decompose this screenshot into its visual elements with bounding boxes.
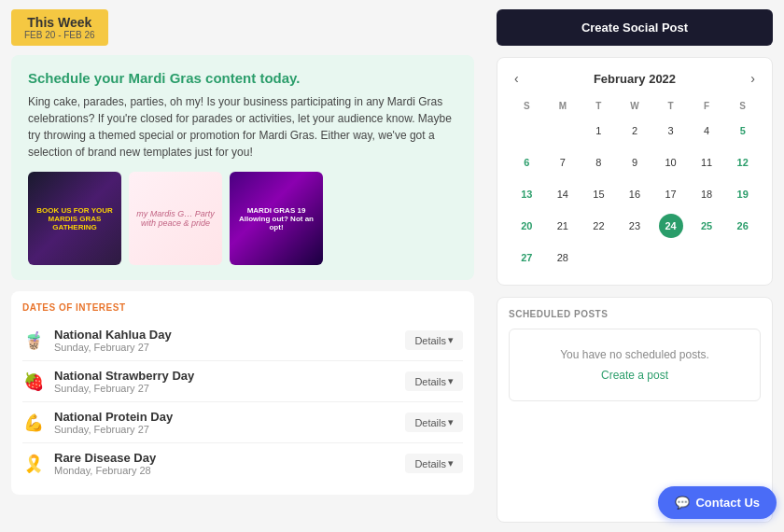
calendar-day[interactable]: 22 — [586, 214, 610, 238]
calendar-prev-button[interactable]: ‹ — [509, 69, 525, 88]
template-image-1[interactable]: BOOK US FOR YOUR MARDIS GRAS GATHERING — [28, 172, 121, 265]
date-icon: 🎗️ — [22, 454, 45, 474]
calendar-cell[interactable]: 12 — [724, 147, 761, 178]
calendar-cell — [724, 242, 761, 273]
calendar-cell[interactable]: 1 — [581, 115, 617, 147]
calendar-cell[interactable]: 14 — [545, 178, 581, 210]
calendar-next-button[interactable]: › — [745, 69, 761, 88]
chevron-down-icon: ▾ — [448, 457, 454, 469]
chevron-down-icon: ▾ — [448, 375, 454, 387]
calendar-day[interactable]: 28 — [551, 245, 575, 270]
calendar-cell[interactable]: 20 — [509, 210, 545, 242]
template-image-2[interactable]: my Mardis G… Party with peace & pride — [129, 172, 222, 265]
calendar-day[interactable]: 23 — [623, 214, 647, 238]
details-button[interactable]: Details ▾ — [405, 413, 463, 432]
date-item: 💪 National Protein Day Sunday, February … — [22, 402, 463, 443]
calendar-day-header: S — [509, 97, 545, 115]
promo-body: King cake, parades, parties, oh my! Is y… — [28, 93, 457, 161]
calendar-day[interactable]: 3 — [659, 119, 683, 143]
date-icon: 🍓 — [22, 371, 45, 392]
calendar-day[interactable]: 15 — [586, 182, 610, 206]
calendar-cell[interactable]: 19 — [724, 178, 761, 210]
calendar-cell[interactable]: 25 — [689, 210, 725, 242]
chevron-down-icon: ▾ — [448, 334, 454, 346]
calendar-day[interactable]: 9 — [623, 150, 647, 175]
calendar-day[interactable]: 5 — [731, 119, 755, 143]
contact-us-button[interactable]: 💬 Contact Us — [658, 486, 777, 519]
calendar-day[interactable]: 6 — [514, 150, 539, 175]
calendar-cell[interactable]: 28 — [545, 242, 581, 273]
calendar-day[interactable]: 12 — [731, 150, 755, 175]
calendar-cell[interactable]: 16 — [617, 178, 653, 210]
date-item: 🎗️ Rare Disease Day Monday, February 28 … — [22, 443, 463, 483]
calendar-cell — [581, 242, 617, 273]
details-button[interactable]: Details ▾ — [405, 371, 463, 391]
calendar-day[interactable]: 11 — [694, 150, 719, 175]
calendar-cell[interactable]: 10 — [652, 147, 689, 178]
calendar-cell[interactable]: 15 — [581, 178, 617, 210]
calendar-cell[interactable]: 2 — [617, 115, 653, 147]
create-social-post-button[interactable]: Create Social Post — [497, 9, 773, 46]
calendar-day[interactable]: 20 — [514, 214, 539, 238]
date-item: 🍓 National Strawberry Day Sunday, Februa… — [22, 361, 463, 402]
calendar-grid: SMTWTFS 12345678910111213141516171819202… — [509, 97, 761, 273]
calendar-day — [694, 245, 719, 270]
calendar-cell — [509, 115, 545, 147]
promo-card: Schedule your Mardi Gras content today. … — [11, 55, 474, 280]
calendar-cell[interactable]: 22 — [581, 210, 617, 242]
calendar-cell[interactable]: 7 — [545, 147, 581, 178]
calendar-month-title: February 2022 — [594, 72, 676, 86]
calendar-cell[interactable]: 4 — [689, 115, 725, 147]
calendar-cell[interactable]: 18 — [689, 178, 725, 210]
calendar-cell[interactable]: 8 — [581, 147, 617, 178]
dates-of-interest-section: DATES OF INTEREST 🧋 National Kahlua Day … — [11, 291, 474, 495]
this-week-label: This Week — [24, 15, 95, 30]
calendar-day[interactable]: 18 — [694, 182, 719, 206]
calendar-day-header: S — [724, 97, 761, 115]
date-icon: 💪 — [22, 413, 45, 433]
calendar-cell — [617, 242, 653, 273]
create-post-link[interactable]: Create a post — [519, 369, 750, 382]
calendar-cell[interactable]: 11 — [689, 147, 725, 178]
calendar-day[interactable]: 27 — [514, 245, 539, 270]
calendar-day[interactable]: 2 — [623, 119, 647, 143]
calendar-cell[interactable]: 9 — [617, 147, 653, 178]
calendar-day[interactable]: 25 — [694, 214, 719, 238]
calendar-day[interactable]: 17 — [659, 182, 683, 206]
calendar-day[interactable]: 13 — [514, 182, 539, 206]
date-day: Monday, February 28 — [54, 465, 156, 476]
calendar-cell[interactable]: 5 — [724, 115, 761, 147]
date-item-left: 💪 National Protein Day Sunday, February … — [22, 410, 173, 435]
scheduled-posts-title: SCHEDULED POSTS — [509, 309, 761, 319]
calendar-cell[interactable]: 24 — [652, 210, 689, 242]
calendar-cell[interactable]: 13 — [509, 178, 545, 210]
calendar-day[interactable]: 26 — [731, 214, 755, 238]
calendar-day[interactable]: 7 — [551, 150, 575, 175]
calendar-day[interactable]: 4 — [694, 119, 719, 143]
calendar-cell[interactable]: 17 — [652, 178, 689, 210]
calendar-day[interactable]: 16 — [623, 182, 647, 206]
date-item-left: 🧋 National Kahlua Day Sunday, February 2… — [22, 328, 172, 353]
contact-us-icon: 💬 — [675, 496, 690, 510]
calendar-day[interactable]: 1 — [586, 119, 610, 143]
details-button[interactable]: Details ▾ — [405, 454, 463, 473]
calendar-day[interactable]: 8 — [586, 150, 610, 175]
calendar-day[interactable]: 10 — [659, 150, 683, 175]
template-image-3[interactable]: MARDI GRAS 19 Allowing out? Not an opt! — [230, 172, 323, 265]
calendar-cell[interactable]: 26 — [724, 210, 761, 242]
calendar-day[interactable]: 24 — [659, 214, 683, 238]
calendar-cell[interactable]: 3 — [652, 115, 689, 147]
date-item-left: 🎗️ Rare Disease Day Monday, February 28 — [22, 451, 156, 476]
calendar-cell[interactable]: 6 — [509, 147, 545, 178]
calendar-day-header: T — [581, 97, 617, 115]
calendar-day — [623, 245, 647, 270]
calendar-day[interactable]: 14 — [551, 182, 575, 206]
calendar-cell[interactable]: 21 — [545, 210, 581, 242]
calendar-cell[interactable]: 23 — [617, 210, 653, 242]
calendar-cell[interactable]: 27 — [509, 242, 545, 273]
calendar-day[interactable]: 21 — [551, 214, 575, 238]
template-images: BOOK US FOR YOUR MARDIS GRAS GATHERING m… — [28, 172, 457, 265]
calendar-day[interactable]: 19 — [731, 182, 755, 206]
calendar-header: ‹ February 2022 › — [509, 69, 761, 88]
details-button[interactable]: Details ▾ — [405, 330, 463, 350]
